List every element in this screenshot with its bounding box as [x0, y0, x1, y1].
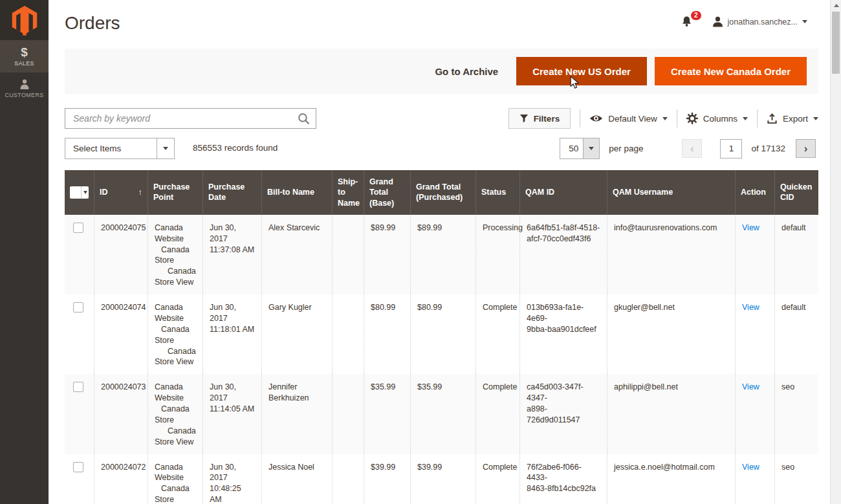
cell-action: View [735, 294, 774, 374]
column-header-grand-total-base[interactable]: Grand Total (Base) [364, 170, 410, 215]
grid-header-row: ID ↑ Purchase Point Purchase Date Bill-t… [65, 170, 818, 215]
vertical-scrollbar[interactable] [830, 0, 841, 504]
scroll-up-arrow-icon[interactable] [834, 4, 839, 7]
per-page-select[interactable]: 50 [560, 138, 600, 159]
divider [757, 109, 758, 127]
chevron-down-icon [813, 117, 818, 120]
cell-action: View [735, 215, 774, 294]
columns-selector[interactable]: Columns [686, 113, 748, 124]
column-header-purchase-date[interactable]: Purchase Date [202, 170, 261, 215]
pagination: 50 per page ‹ of 17132 › [560, 138, 816, 159]
column-header-qam-username[interactable]: QAM Username [607, 170, 735, 215]
select-all-header [65, 170, 94, 215]
cell-action: View [735, 374, 774, 454]
notifications-button[interactable]: 2 [681, 16, 693, 28]
scrollbar-thumb[interactable] [832, 12, 840, 74]
create-us-order-button[interactable]: Create New US Order [516, 57, 647, 85]
sidebar-item-customers[interactable]: CUSTOMERS [0, 72, 49, 105]
column-header-qam-id[interactable]: QAM ID [519, 170, 607, 215]
select-all-checkbox[interactable] [70, 186, 89, 199]
account-menu[interactable]: jonathan.sanchez... [712, 16, 807, 27]
view-selector[interactable]: Default View [589, 114, 668, 124]
export-icon [767, 113, 778, 124]
search-input[interactable] [65, 109, 316, 128]
cell-status: Complete [475, 374, 519, 454]
cell-quicken-cid: seo [774, 454, 818, 504]
cell-ship-to [332, 454, 364, 504]
column-header-action[interactable]: Action [735, 170, 774, 215]
column-header-quicken-cid[interactable]: Quicken CID [774, 170, 818, 215]
export-button[interactable]: Export [767, 113, 818, 124]
cell-grand-total-purchased: $39.99 [410, 454, 475, 504]
orders-grid: ID ↑ Purchase Point Purchase Date Bill-t… [65, 170, 818, 504]
mass-action-select[interactable]: Select Items [65, 138, 175, 159]
dollar-icon: $ [21, 46, 28, 58]
row-checkbox[interactable] [73, 462, 83, 472]
row-checkbox[interactable] [73, 223, 83, 233]
cell-grand-total-base: $80.99 [364, 294, 410, 374]
chevron-down-icon [743, 117, 748, 120]
cell-qam-username: aphilippi@bell.net [607, 374, 735, 454]
cell-qam-id: 6a64fb51-fa8f-4518- afcf-70cc0edf43f6 [519, 215, 607, 294]
chevron-down-icon [583, 138, 599, 159]
gear-icon [686, 113, 698, 124]
chevron-down-icon [662, 117, 668, 120]
chevron-down-icon [82, 191, 89, 194]
cell-grand-total-purchased: $35.99 [410, 374, 475, 454]
view-link[interactable]: View [742, 382, 759, 391]
row-select-cell [65, 294, 94, 374]
go-to-archive-link[interactable]: Go to Archive [435, 66, 498, 77]
sidebar-nav: $ SALES CUSTOMERS [0, 40, 49, 105]
row-checkbox[interactable] [73, 382, 83, 392]
view-link[interactable]: View [742, 223, 759, 232]
search-box [65, 108, 316, 129]
checkbox [70, 186, 82, 199]
row-checkbox[interactable] [73, 302, 83, 312]
page-input[interactable] [720, 139, 742, 159]
grid-tools: Filters Default View Colu [508, 108, 818, 129]
chevron-down-icon [157, 138, 174, 159]
cell-grand-total-purchased: $80.99 [410, 294, 475, 374]
prev-page-button[interactable]: ‹ [682, 139, 702, 158]
cell-ship-to [332, 294, 364, 374]
chevron-down-icon [802, 20, 807, 23]
sidebar-item-sales[interactable]: $ SALES [0, 40, 49, 72]
cell-purchase-point: Canada Website Canada Store Canada Store… [147, 454, 202, 504]
filters-button[interactable]: Filters [508, 108, 571, 129]
table-row: 2000024073 Canada Website Canada Store C… [65, 374, 818, 454]
cell-id: 2000024075 [94, 215, 147, 294]
page-title: Orders [65, 13, 120, 34]
cell-id: 2000024074 [94, 294, 147, 374]
column-header-ship-to[interactable]: Ship-to Name [332, 170, 364, 215]
column-header-status[interactable]: Status [475, 170, 519, 215]
row-select-cell [65, 374, 94, 454]
column-header-purchase-point[interactable]: Purchase Point [147, 170, 202, 215]
cell-qam-username: gkugler@bell.net [607, 294, 735, 374]
customer-icon [19, 79, 30, 90]
view-link[interactable]: View [742, 463, 759, 472]
cell-ship-to [332, 215, 364, 294]
column-header-grand-total-purchased[interactable]: Grand Total (Purchased) [410, 170, 475, 215]
view-link[interactable]: View [742, 303, 759, 312]
cell-purchase-point: Canada Website Canada Store Canada Store… [147, 215, 202, 294]
cell-bill-to: Alex Starcevic [261, 215, 332, 294]
next-page-button[interactable]: › [796, 139, 816, 158]
column-header-id[interactable]: ID ↑ [94, 170, 147, 215]
grid-controls: Select Items 856553 records found 50 per… [65, 138, 818, 160]
cell-purchase-point: Canada Website Canada Store Canada Store… [147, 374, 202, 454]
create-canada-order-button[interactable]: Create New Canada Order [655, 57, 807, 85]
records-count: 856553 records found [193, 143, 278, 153]
row-select-cell [65, 215, 94, 294]
header-actions: 2 jonathan.sanchez... [681, 16, 807, 28]
cell-quicken-cid: default [774, 294, 818, 374]
cell-purchase-point: Canada Website Canada Store Canada Store… [147, 294, 202, 374]
magento-logo[interactable] [0, 0, 49, 40]
row-select-cell [65, 454, 94, 504]
cell-quicken-cid: default [774, 215, 818, 294]
search-icon[interactable] [297, 112, 311, 126]
column-header-bill-to[interactable]: Bill-to Name [261, 170, 332, 215]
eye-icon [589, 114, 603, 123]
sidebar-item-label: SALES [14, 60, 34, 67]
cell-qam-id: ca45d003-347f-4347- a898-726d9d011547 [519, 374, 607, 454]
divider [677, 109, 677, 127]
